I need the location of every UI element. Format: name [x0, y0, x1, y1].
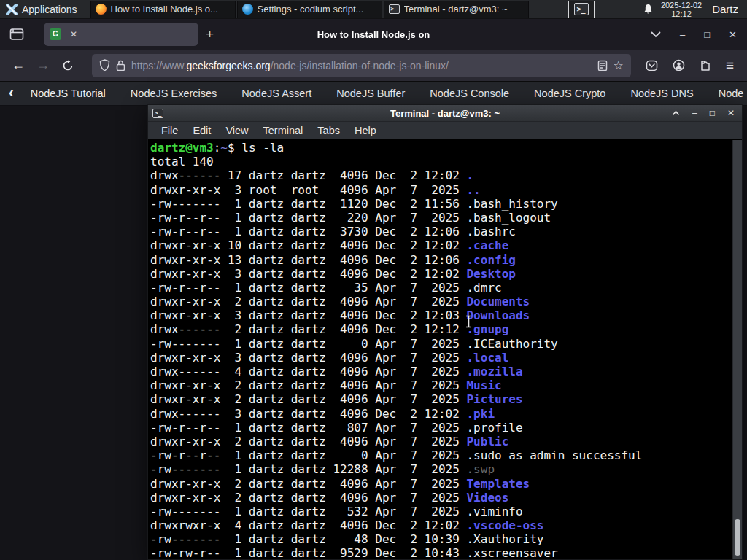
- terminal-listing-line: drwxr-xr-x 3 dartz dartz 4096 Apr 7 2025…: [150, 351, 732, 365]
- listing-prefix: -rw------- 1 dartz dartz 12288 Apr 7 202…: [150, 462, 466, 476]
- listing-filename: Documents: [466, 295, 530, 308]
- terminal-listing-line: drwxr-xr-x 2 dartz dartz 4096 Apr 7 2025…: [150, 295, 732, 308]
- nav-scroll-left-icon[interactable]: ‹: [9, 84, 18, 103]
- terminal-menu-file[interactable]: File: [154, 125, 185, 136]
- taskbar-button[interactable]: Settings - codium script...: [237, 1, 382, 18]
- terminal-listing-line: drwxr-xr-x 13 dartz dartz 4096 Dec 2 12:…: [150, 253, 732, 267]
- account-icon[interactable]: [673, 59, 685, 71]
- site-nav-item-nodejs-exercises[interactable]: NodeJS Exercises: [118, 88, 229, 99]
- terminal-scrollbar-thumb[interactable]: [735, 519, 740, 556]
- terminal-scrollbar[interactable]: [732, 140, 742, 559]
- terminal-listing-line: -rw------- 1 dartz dartz 1120 Dec 2 11:5…: [150, 197, 732, 211]
- listing-prefix: drwxr-xr-x 10 dartz dartz 4096 Dec 2 12:…: [150, 238, 466, 252]
- listing-filename: .ICEauthority: [466, 337, 557, 351]
- notification-bell-icon[interactable]: [643, 4, 654, 15]
- listing-filename: .vscode-oss: [466, 518, 543, 532]
- terminal-listing-line: drwxrwxr-x 4 dartz dartz 4096 Dec 2 12:0…: [150, 518, 732, 532]
- listing-prefix: drwxrwxr-x 4 dartz dartz 4096 Dec 2 12:0…: [150, 518, 466, 532]
- bookmark-star-icon[interactable]: ☆: [614, 58, 624, 72]
- terminal-listing-line: -rw------- 1 dartz dartz 0 Apr 7 2025 .I…: [150, 337, 732, 351]
- terminal-listing-line: drwxr-xr-x 10 dartz dartz 4096 Dec 2 12:…: [150, 238, 732, 252]
- taskbar-button-label: Terminal - dartz@vm3: ~: [404, 4, 508, 15]
- site-nav-item-nodejs-dns[interactable]: NodeJS DNS: [618, 88, 705, 99]
- terminal-menu-tabs[interactable]: Tabs: [310, 125, 347, 136]
- listing-prefix: drwxr-xr-x 3 dartz dartz 4096 Dec 2 12:0…: [150, 308, 466, 322]
- desktop-panel: Applications How to Install Node.js o...…: [0, 0, 747, 19]
- listing-filename: .xscreensaver: [466, 546, 557, 559]
- listing-prefix: drwxr-xr-x 2 dartz dartz 4096 Apr 7 2025: [150, 491, 466, 505]
- clock-time: 12:12: [661, 9, 702, 18]
- terminal-close-button[interactable]: ✕: [727, 109, 735, 117]
- listing-filename: .viminfo: [466, 505, 522, 518]
- browser-tab-bar: G How to Install Node.js on ✕ + – □ ✕: [0, 19, 747, 50]
- mouse-text-cursor: [465, 315, 473, 328]
- listing-filename: Downloads: [466, 308, 530, 322]
- reload-button[interactable]: [57, 55, 79, 77]
- tab-title: How to Install Node.js on: [0, 29, 747, 40]
- shield-icon[interactable]: [99, 59, 110, 71]
- terminal-listing-line: drwxr-xr-x 2 dartz dartz 4096 Apr 7 2025…: [150, 435, 732, 448]
- url-bar[interactable]: https://www.geeksforgeeks.org/node-js/in…: [92, 54, 631, 77]
- forward-button[interactable]: →: [32, 55, 54, 77]
- reader-view-icon[interactable]: [597, 60, 608, 71]
- site-nav-item-nodejs-assert[interactable]: NodeJS Assert: [229, 88, 324, 99]
- site-nav-item-nodejs-console[interactable]: NodeJS Console: [417, 88, 522, 99]
- listing-filename: .dmrc: [466, 281, 501, 295]
- terminal-listing-line: drwxr-xr-x 2 dartz dartz 4096 Apr 7 2025…: [150, 491, 732, 505]
- terminal-listing-line: -rw-r--r-- 1 dartz dartz 0 Apr 7 2025 .s…: [150, 448, 732, 462]
- applications-menu-button[interactable]: Applications: [0, 0, 83, 18]
- terminal-window-icon: >_: [152, 109, 163, 118]
- pocket-icon[interactable]: [646, 60, 658, 71]
- terminal-listing-line: drwxr-xr-x 3 root root 4096 Apr 7 2025 .…: [150, 183, 732, 197]
- taskbar-button[interactable]: >_Terminal - dartz@vm3: ~: [384, 1, 529, 18]
- prompt-user-host: dartz@vm3: [150, 141, 214, 155]
- listing-prefix: drwxr-xr-x 2 dartz dartz 4096 Apr 7 2025: [150, 477, 466, 491]
- firefox-icon: [96, 4, 107, 15]
- terminal-minimize-button[interactable]: –: [692, 109, 697, 117]
- panel-user-label[interactable]: Dartz: [709, 3, 741, 15]
- terminal-menu-terminal[interactable]: Terminal: [256, 125, 311, 136]
- listing-prefix: drwxr-xr-x 2 dartz dartz 4096 Apr 7 2025: [150, 295, 466, 308]
- hamburger-menu-icon[interactable]: ≡: [726, 58, 734, 74]
- listing-prefix: -rw-r--r-- 1 dartz dartz 35 Apr 7 2025: [150, 281, 466, 295]
- terminal-maximize-button[interactable]: □: [710, 109, 715, 117]
- site-nav-item-nodejs-crypto[interactable]: NodeJS Crypto: [522, 88, 618, 99]
- terminal-listing-line: drwxr-xr-x 2 dartz dartz 4096 Apr 7 2025…: [150, 392, 732, 406]
- panel-clock[interactable]: 2025-12-02 12:12: [661, 1, 702, 18]
- browser-toolbar: ← → https://www.geeksforgeeks.org/node-j…: [0, 50, 747, 82]
- listing-prefix: -rw-r--r-- 1 dartz dartz 0 Apr 7 2025: [150, 448, 466, 462]
- browser-tab-active[interactable]: G How to Install Node.js on ✕: [44, 23, 198, 46]
- listing-prefix: drwx------ 2 dartz dartz 4096 Dec 2 12:1…: [150, 322, 466, 336]
- terminal-listing-line: -rw------- 1 dartz dartz 12288 Apr 7 202…: [150, 462, 732, 476]
- terminal-listing-line: drwx------ 4 dartz dartz 4096 Apr 7 2025…: [150, 365, 732, 378]
- listing-filename: .mozilla: [466, 365, 522, 378]
- site-nav-item-nodejs-tutorial[interactable]: NodeJS Tutorial: [18, 88, 118, 99]
- site-nav-item-nodejs-buffer[interactable]: NodeJS Buffer: [324, 88, 417, 99]
- taskbar-button-label: Settings - codium script...: [258, 4, 364, 15]
- listing-prefix: -rw-r--r-- 1 dartz dartz 220 Apr 7 2025: [150, 211, 466, 225]
- listing-prefix: drwxr-xr-x 2 dartz dartz 4096 Apr 7 2025: [150, 392, 466, 406]
- terminal-menu-view[interactable]: View: [218, 125, 255, 136]
- terminal-menu-help[interactable]: Help: [347, 125, 384, 136]
- extensions-icon[interactable]: [700, 60, 711, 71]
- terminal-listing-line: drwx------ 3 dartz dartz 4096 Dec 2 12:0…: [150, 407, 732, 421]
- site-nav-item-node[interactable]: Node: [706, 88, 747, 99]
- listing-filename: .bash_history: [466, 197, 557, 211]
- listing-filename: .pki: [466, 407, 495, 421]
- terminal-menu-edit[interactable]: Edit: [185, 125, 218, 136]
- lock-icon[interactable]: [116, 60, 125, 71]
- terminal-output-area[interactable]: dartz@vm3:~$ ls -la total 140 drwx------…: [148, 140, 742, 559]
- back-button[interactable]: ←: [7, 55, 29, 77]
- terminal-launcher-icon[interactable]: >_: [568, 1, 595, 18]
- xfce-logo-icon: [6, 4, 18, 15]
- terminal-listing-line: drwxr-xr-x 2 dartz dartz 4096 Apr 7 2025…: [150, 378, 732, 392]
- prompt-cwd: ~: [220, 141, 228, 155]
- terminal-shade-icon[interactable]: [672, 110, 680, 116]
- listing-filename: Videos: [466, 491, 508, 505]
- applications-label: Applications: [22, 4, 77, 15]
- listing-prefix: drwxr-xr-x 13 dartz dartz 4096 Dec 2 12:…: [150, 253, 466, 267]
- terminal-listing-line: -rw-r--r-- 1 dartz dartz 3730 Dec 2 12:0…: [150, 225, 732, 238]
- terminal-title-bar[interactable]: >_ Terminal - dartz@vm3: ~ – □ ✕: [148, 105, 742, 122]
- clock-date: 2025-12-02: [661, 1, 702, 9]
- taskbar-button[interactable]: How to Install Node.js o...: [90, 1, 236, 18]
